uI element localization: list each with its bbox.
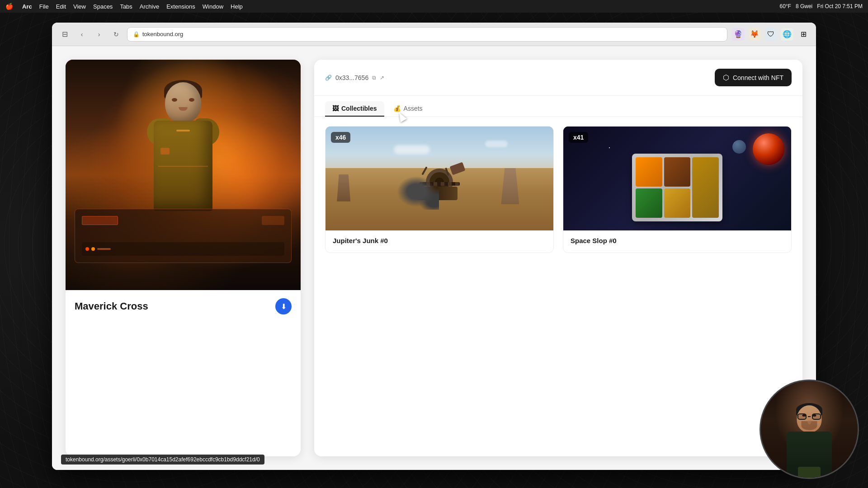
jupiters-junk-name: Jupiter's Junk #0	[333, 237, 546, 244]
temperature-display: 60°F	[779, 3, 791, 9]
space-slop-image: x41	[563, 127, 791, 230]
food-cell-4	[636, 188, 662, 218]
download-button[interactable]: ⬇	[275, 298, 292, 314]
food-cell-3	[692, 157, 719, 218]
menu-spaces[interactable]: Spaces	[93, 3, 113, 10]
collectibles-tab-icon: 🖼	[332, 105, 339, 112]
food-tray	[632, 154, 722, 221]
collectibles-grid: x46 Jupiter's Junk #0	[314, 117, 802, 262]
address-bar[interactable]: 🔒 tokenbound.org	[127, 27, 727, 42]
assets-tab-label: Assets	[404, 105, 423, 112]
space-planet-orb	[753, 133, 784, 165]
assets-tab-icon: 💰	[393, 105, 401, 112]
menu-extensions[interactable]: Extensions	[166, 3, 195, 10]
gwei-display: 8 Gwei	[796, 3, 812, 9]
browser-content: Maverick Cross ⬇ 🔗 0x33...7656 ⧉ ↗	[52, 46, 816, 470]
webcam-person	[773, 401, 845, 478]
jupiters-junk-image: x46	[326, 127, 553, 230]
jupiters-junk-info: Jupiter's Junk #0	[326, 230, 553, 253]
tshirt-graphic	[798, 467, 821, 479]
webcam-overlay	[760, 380, 859, 479]
browser-window: ⊟ ‹ › ↻ 🔒 tokenbound.org 🔮 🦊 🛡 🌐 ⊞	[52, 23, 816, 470]
toolbar-icon-1[interactable]: 🔮	[732, 28, 745, 41]
cockpit-panels	[75, 209, 292, 263]
url-text: tokenbound.org	[142, 31, 183, 38]
wallet-address-text: 0x33...7656	[335, 74, 368, 81]
apple-icon[interactable]: 🍎	[5, 3, 13, 10]
menu-view[interactable]: View	[73, 3, 86, 10]
copy-icon[interactable]: ⧉	[372, 75, 376, 81]
panel-tabs: 🖼 Collectibles 💰 Assets	[314, 96, 802, 117]
space-slop-badge: x41	[569, 132, 588, 143]
wallet-icon: 🔗	[325, 75, 332, 81]
menubar: 🍎 Arc File Edit View Spaces Tabs Archive…	[0, 0, 868, 13]
toolbar-icon-2[interactable]: 🦊	[748, 28, 761, 41]
split-view-button[interactable]: ⊞	[797, 28, 810, 41]
connect-nft-button[interactable]: ⬡ Connect with NFT	[715, 69, 792, 86]
url-tooltip-text: tokenbound.org/assets/goerli/0x0b7014ca1…	[66, 456, 260, 463]
nft-name-text: Maverick Cross	[75, 300, 148, 312]
collectible-card-jupiters-junk[interactable]: x46 Jupiter's Junk #0	[325, 126, 554, 253]
lock-icon: 🔒	[133, 31, 140, 38]
food-cell-2	[664, 157, 691, 187]
connect-icon: ⬡	[723, 73, 729, 82]
toolbar-right-icons: 🔮 🦊 🛡 🌐 ⊞	[732, 28, 810, 41]
menu-arc[interactable]: Arc	[22, 3, 32, 10]
collectibles-tab-label: Collectibles	[341, 105, 377, 112]
menu-help[interactable]: Help	[231, 3, 243, 10]
nft-image-inner	[66, 60, 301, 290]
right-panel: 🔗 0x33...7656 ⧉ ↗ ⬡ Connect with NFT 🖼 C…	[314, 60, 802, 456]
back-button[interactable]: ‹	[75, 28, 88, 41]
character-head	[165, 82, 201, 123]
main-content: Maverick Cross ⬇ 🔗 0x33...7656 ⧉ ↗	[52, 46, 816, 470]
datetime-display: Fri Oct 20 7:51 PM	[817, 3, 863, 9]
menu-window[interactable]: Window	[203, 3, 223, 10]
junk-machinery	[412, 160, 467, 205]
toolbar-icon-3[interactable]: 🛡	[764, 28, 777, 41]
tab-collectibles[interactable]: 🖼 Collectibles	[325, 101, 384, 117]
toolbar-icon-4[interactable]: 🌐	[781, 28, 793, 41]
menu-tabs[interactable]: Tabs	[120, 3, 132, 10]
jupiters-junk-badge: x46	[331, 132, 350, 143]
tab-assets[interactable]: 💰 Assets	[386, 101, 430, 117]
space-slop-name: Space Slop #0	[571, 237, 784, 244]
character-body	[154, 121, 212, 211]
menu-edit[interactable]: Edit	[56, 3, 66, 10]
download-icon: ⬇	[281, 302, 287, 311]
space-planet-small	[732, 140, 746, 154]
menu-file[interactable]: File	[39, 3, 49, 10]
url-tooltip: tokenbound.org/assets/goerli/0x0b7014ca1…	[61, 455, 264, 465]
right-panel-header: 🔗 0x33...7656 ⧉ ↗ ⬡ Connect with NFT	[314, 60, 802, 96]
reload-button[interactable]: ↻	[110, 28, 123, 41]
food-cell-1	[636, 157, 662, 187]
person-body	[787, 432, 832, 479]
nft-character-card: Maverick Cross ⬇	[66, 60, 301, 456]
browser-toolbar: ⊟ ‹ › ↻ 🔒 tokenbound.org 🔮 🦊 🛡 🌐 ⊞	[52, 23, 816, 46]
wallet-address-display: 🔗 0x33...7656 ⧉ ↗	[325, 74, 384, 81]
nft-footer: Maverick Cross ⬇	[66, 290, 301, 323]
menu-archive[interactable]: Archive	[140, 3, 159, 10]
connect-button-label: Connect with NFT	[733, 74, 783, 81]
forward-button[interactable]: ›	[93, 28, 105, 41]
menubar-right: 60°F 8 Gwei Fri Oct 20 7:51 PM	[779, 3, 863, 9]
food-cell-5	[664, 188, 691, 218]
nft-image	[66, 60, 301, 290]
space-slop-info: Space Slop #0	[563, 230, 791, 253]
sidebar-toggle-button[interactable]: ⊟	[58, 28, 71, 41]
external-link-icon[interactable]: ↗	[380, 75, 384, 81]
collectible-card-space-slop[interactable]: x41 Space Slop #0	[563, 126, 792, 253]
webcam-inner	[761, 381, 858, 478]
